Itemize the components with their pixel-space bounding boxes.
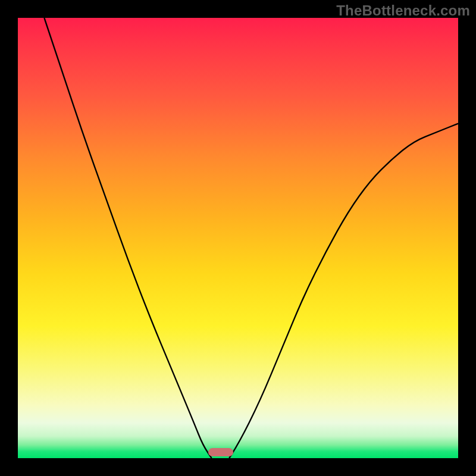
watermark-text: TheBottleneck.com (336, 2, 470, 19)
gradient-background (18, 18, 458, 458)
optimal-marker-bar (208, 448, 233, 456)
plot-area (18, 18, 458, 458)
